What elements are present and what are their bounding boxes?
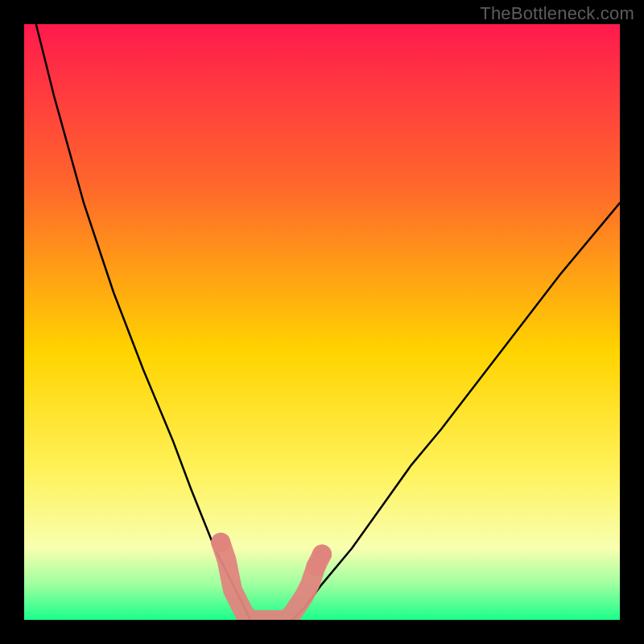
plot-area [24, 24, 620, 620]
marker-dot [312, 545, 332, 564]
chart-container: TheBottleneck.com [0, 0, 644, 644]
watermark-text: TheBottleneck.com [480, 3, 634, 24]
marker-dot [211, 533, 230, 552]
chart-svg [24, 24, 620, 620]
gradient-background [24, 24, 620, 620]
